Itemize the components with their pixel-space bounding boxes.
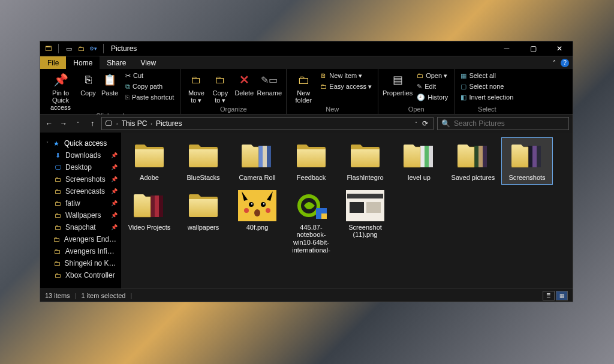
paste-button[interactable]: 📋 Paste — [99, 70, 121, 98]
edit-button[interactable]: ✎Edit — [414, 81, 450, 92]
copy-to-button[interactable]: 🗀 Copy to ▾ — [208, 70, 232, 106]
close-button[interactable]: ✕ — [546, 41, 573, 56]
sidebar-item-label: Downloads — [65, 151, 101, 160]
qat-customize-icon[interactable]: ⚙▾ — [88, 43, 98, 54]
collapse-ribbon-icon[interactable]: ˄ — [553, 59, 556, 66]
folder-icon: 🗀 — [53, 247, 62, 255]
easy-access-button[interactable]: 🗀Easy access ▾ — [318, 81, 374, 92]
recent-locations-button[interactable]: ˅ — [73, 118, 83, 129]
sidebar-item[interactable]: 🗀fatiw📌 — [40, 197, 121, 209]
address-dropdown-icon[interactable]: ˅ — [415, 121, 417, 127]
svg-rect-3 — [420, 146, 425, 167]
properties-button[interactable]: ▤ Properties — [382, 70, 413, 98]
svg-point-20 — [244, 208, 249, 213]
copyto-icon: 🗀 — [212, 71, 228, 88]
pin-to-quick-access-button[interactable]: 📌 Pin to Quick access — [44, 70, 77, 112]
folder-item[interactable]: BlueStacks — [177, 137, 229, 185]
tab-file[interactable]: File — [40, 56, 66, 69]
folder-item[interactable]: Video Projects — [124, 187, 175, 255]
folder-item[interactable]: Camera Roll — [231, 137, 283, 185]
cut-button[interactable]: ✂Cut — [123, 70, 176, 81]
rename-button[interactable]: ✎▭ Rename — [256, 70, 282, 98]
thumbnail — [184, 190, 222, 221]
file-item[interactable]: 40f.png — [231, 187, 283, 255]
tab-home[interactable]: Home — [66, 56, 100, 69]
maximize-button[interactable]: ▢ — [520, 41, 546, 56]
folder-item[interactable]: level up — [393, 137, 445, 185]
folder-item[interactable]: Feedback — [285, 137, 337, 185]
file-item[interactable]: Screenshot (11).png — [339, 187, 391, 255]
pin-icon: 📌 — [111, 224, 118, 230]
up-button[interactable]: ↑ — [87, 118, 98, 129]
sidebar-item[interactable]: 🗀Screenshots📌 — [40, 173, 121, 185]
folder-item[interactable]: Screenshots — [501, 137, 553, 185]
svg-rect-26 — [347, 194, 383, 198]
folder-item[interactable]: Adobe — [124, 137, 175, 185]
svg-rect-1 — [263, 146, 267, 167]
back-button[interactable]: ← — [44, 118, 55, 129]
folder-icon: 🗀 — [53, 199, 62, 207]
thumbnail — [400, 140, 438, 172]
sidebar-item[interactable]: 🗀Snapchat📌 — [40, 221, 121, 233]
search-box[interactable]: 🔍 — [437, 117, 569, 130]
folder-icon: 🗀 — [53, 223, 62, 231]
sidebar-item[interactable]: 🗀Avengers Endgame — [40, 233, 121, 245]
select-all-button[interactable]: ▦Select all — [458, 70, 516, 81]
address-bar[interactable]: 🖵 › This PC › Pictures ˅ ⟳ — [101, 117, 434, 130]
sidebar: ˅ ★ Quick access ⬇Downloads📌🖵Desktop📌🗀Sc… — [40, 133, 121, 288]
breadcrumb-root[interactable]: This PC — [122, 119, 148, 128]
tab-share[interactable]: Share — [100, 56, 133, 69]
sidebar-quick-access[interactable]: ˅ ★ Quick access — [40, 137, 121, 149]
thumbnail — [238, 140, 276, 172]
svg-rect-2 — [267, 146, 271, 167]
move-to-button[interactable]: 🗀 Move to ▾ — [184, 70, 208, 106]
item-label: Feedback — [297, 174, 326, 182]
open-button[interactable]: 🗀Open ▾ — [414, 70, 450, 81]
thumbnail — [346, 190, 384, 221]
folder-item[interactable]: FlashIntegro — [339, 137, 391, 185]
sidebar-item[interactable]: 🖵Desktop📌 — [40, 161, 121, 173]
svg-rect-10 — [532, 146, 537, 167]
sidebar-item[interactable]: 🗀Xbox Controller — [40, 269, 121, 281]
search-input[interactable] — [454, 119, 565, 128]
svg-rect-12 — [151, 195, 155, 217]
sidebar-item[interactable]: 🗀Screencasts📌 — [40, 185, 121, 197]
copy-button[interactable]: ⎘ Copy — [77, 70, 99, 98]
view-details-button[interactable]: ≣ — [543, 291, 555, 300]
sidebar-item[interactable]: 🗀Wallpapers📌 — [40, 209, 121, 221]
sidebar-item[interactable]: ⬇Downloads📌 — [40, 149, 121, 161]
view-icons-button[interactable]: ▦ — [556, 291, 568, 300]
select-none-button[interactable]: ▢Select none — [458, 81, 516, 92]
refresh-button[interactable]: ⟳ — [422, 119, 428, 128]
file-item[interactable]: 445.87-notebook-win10-64bit-internationa… — [285, 187, 337, 255]
help-icon[interactable]: ? — [561, 59, 569, 67]
forward-button[interactable]: → — [58, 118, 69, 129]
thumbnail — [184, 140, 222, 172]
qat-properties-icon[interactable]: ▭ — [64, 43, 74, 54]
new-folder-button[interactable]: 🗀 New folder — [290, 70, 317, 105]
thumbnail — [130, 190, 168, 221]
ribbon-group-organize: 🗀 Move to ▾ 🗀 Copy to ▾ ✕ Delete ✎▭ Rena… — [180, 69, 287, 114]
sidebar-item-label: Avengers Infinity — [65, 247, 118, 255]
sidebar-item[interactable]: 🗀Shingeki no Kyojin — [40, 257, 121, 269]
minimize-button[interactable]: ─ — [493, 41, 520, 56]
paste-shortcut-button[interactable]: ⎘Paste shortcut — [123, 92, 176, 103]
copy-path-button[interactable]: ⧉Copy path — [123, 81, 176, 92]
content-area[interactable]: Adobe BlueStacks Camera Roll Feedback Fl… — [121, 133, 573, 288]
tab-view[interactable]: View — [133, 56, 163, 69]
svg-rect-5 — [429, 146, 433, 167]
ribbon-group-select: ▦Select all ▢Select none ◧Invert selecti… — [455, 69, 519, 114]
folder-item[interactable]: Saved pictures — [447, 137, 499, 185]
history-button[interactable]: 🕘History — [414, 92, 450, 103]
new-item-button[interactable]: 🗎New item ▾ — [318, 70, 374, 81]
sidebar-item[interactable]: 🗀Avengers Infinity — [40, 245, 121, 257]
folder-item[interactable]: wallpapers — [177, 187, 229, 255]
breadcrumb-current[interactable]: Pictures — [156, 119, 182, 128]
thumbnail — [130, 140, 168, 172]
invert-selection-button[interactable]: ◧Invert selection — [458, 92, 516, 103]
scissors-icon: ✂ — [125, 72, 131, 80]
delete-button[interactable]: ✕ Delete — [232, 70, 256, 98]
svg-rect-9 — [528, 146, 532, 167]
window-title: Pictures — [111, 44, 137, 53]
qat-newfolder-icon[interactable]: 🗀 — [76, 43, 86, 54]
